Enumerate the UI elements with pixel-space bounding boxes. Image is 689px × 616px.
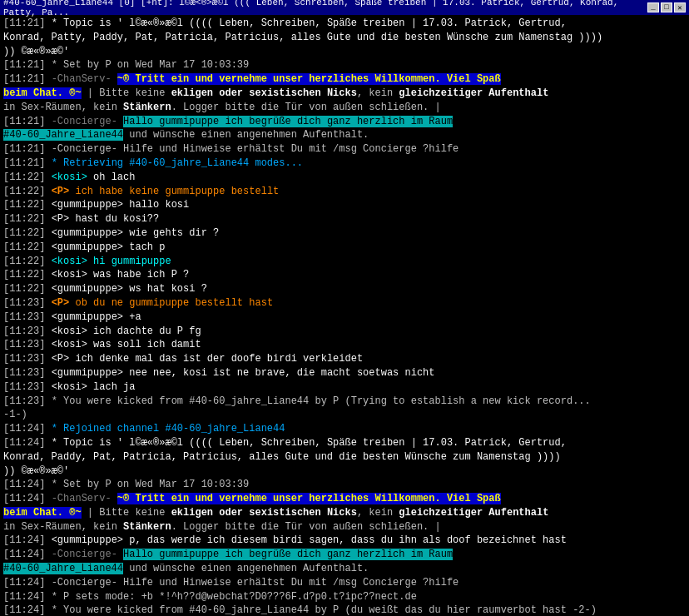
titlebar-title: #40-60_jahre_Liane44 [0] [+nt]: l©æ<®>æ©…	[3, 0, 647, 17]
chat-kosi-3: [11:23] <kosi> ich dachte du P fg	[3, 325, 686, 339]
chat-kosi-5: [11:23] <kosi> lach ja	[3, 380, 686, 395]
chat-kosi-2: [11:22] <kosi> was habe ich P ?	[3, 268, 686, 282]
chat-gummi-6: [11:23] <gummipuppe> nee nee, kosi ist n…	[3, 366, 686, 380]
retrieve-modes: [11:21] * Retrieving #40-60_jahre_Liane4…	[3, 156, 686, 171]
chat-gummi-1: [11:22] <gummipuppe> hallo kosi	[3, 198, 686, 212]
chanserv-line-1c: in Sex-Räumen, kein Stänkern. Logger bit…	[3, 101, 686, 115]
topic-line-2c: )) ©æ«®»æ©'	[3, 464, 686, 479]
titlebar-buttons: _ □ ✕	[647, 2, 686, 12]
chat-p-orange-1: [11:23] <P> ob du ne gummipuppe bestellt…	[3, 296, 686, 310]
chat-p-3: [11:23] <P> ich denke mal das ist der do…	[3, 352, 686, 366]
topic-line-1c: )) ©æ«®»æ©'	[3, 45, 686, 59]
concierge-help-2: [11:24] -Concierge- Hilfe und Hinweise e…	[3, 576, 686, 590]
psets-mode: [11:24] * P sets mode: +b *!^h??d@webcha…	[3, 590, 686, 604]
chat-gummi-5: [11:23] <gummipuppe> +a	[3, 310, 686, 325]
chat-kosi-4: [11:23] <kosi> was soll ich damit	[3, 338, 686, 352]
maximize-button[interactable]: □	[661, 2, 672, 12]
concierge-line-1: [11:21] -Concierge- Hallo gummipuppe ich…	[3, 115, 686, 129]
chat-p-1: [11:22] <P> ich habe keine gummipuppe be…	[3, 185, 686, 199]
chanserv-line-2c: in Sex-Räumen, kein Stänkern. Logger bit…	[3, 520, 686, 534]
kick-line-1b: -1-)	[3, 408, 686, 422]
chat-gummi-7: [11:24] <gummipuppe> p, das werde ich di…	[3, 534, 686, 548]
chat-gummi-2: [11:22] <gummipuppe> wie gehts dir ?	[3, 226, 686, 241]
chat-gummi-3: [11:22] <gummipuppe> tach p	[3, 241, 686, 255]
chat-kosi-hi: [11:22] <kosi> hi gummipuppe	[3, 255, 686, 269]
concierge-line-2b: #40-60_Jahre_Liane44 und wünsche einen a…	[3, 562, 686, 576]
chanserv-line-1b: beim Chat. ®~ | Bitte keine ekligen oder…	[3, 87, 686, 101]
concierge-help-1: [11:21] -Concierge- Hilfe und Hinweise e…	[3, 142, 686, 156]
topic-line-2b: Konrad, Paddy, Pat, Patricia, Patricius,…	[3, 450, 686, 464]
rejoin-line: [11:24] * Rejoined channel #40-60_jahre_…	[3, 422, 686, 436]
chat-p-2: [11:22] <P> hast du kosi??	[3, 212, 686, 226]
set-by-line-1: [11:21] * Set by P on Wed Mar 17 10:03:3…	[3, 58, 686, 72]
concierge-line-2: [11:24] -Concierge- Hallo gummipuppe ich…	[3, 548, 686, 562]
chat-gummi-4: [11:22] <gummipuppe> ws hat kosi ?	[3, 282, 686, 296]
close-button[interactable]: ✕	[674, 2, 686, 12]
topic-line-1b: Konrad, Patty, Paddy, Pat, Patricia, Pat…	[3, 31, 686, 45]
topic-line-2: [11:24] * Topic is ' l©æ«®»æ©l (((( Lebe…	[3, 436, 686, 450]
minimize-button[interactable]: _	[647, 2, 659, 12]
concierge-line-1b: #40-60_Jahre_Liane44 und wünsche einen a…	[3, 128, 686, 142]
kick-line-2: [11:24] * You were kicked from #40-60_ja…	[3, 604, 686, 616]
topic-line-1: [11:21] * Topic is ' l©æ«®»æ©l (((( Lebe…	[3, 17, 686, 31]
chanserv-line-2: [11:24] -ChanServ- ~® Tritt ein und vern…	[3, 492, 686, 506]
chat-kosi-1: [11:22] <kosi> oh lach	[3, 171, 686, 185]
chanserv-line-1: [11:21] -ChanServ- ~® Tritt ein und vern…	[3, 72, 686, 87]
kick-line-1: [11:23] * You were kicked from #40-60_ja…	[3, 395, 686, 409]
titlebar: #40-60_jahre_Liane44 [0] [+nt]: l©æ<®>æ©…	[0, 0, 689, 15]
chat-container: [11:21] * Topic is ' l©æ«®»æ©l (((( Lebe…	[0, 15, 689, 616]
chanserv-line-2b: beim Chat. ®~ | Bitte keine ekligen oder…	[3, 506, 686, 520]
set-by-line-2: [11:24] * Set by P on Wed Mar 17 10:03:3…	[3, 478, 686, 492]
